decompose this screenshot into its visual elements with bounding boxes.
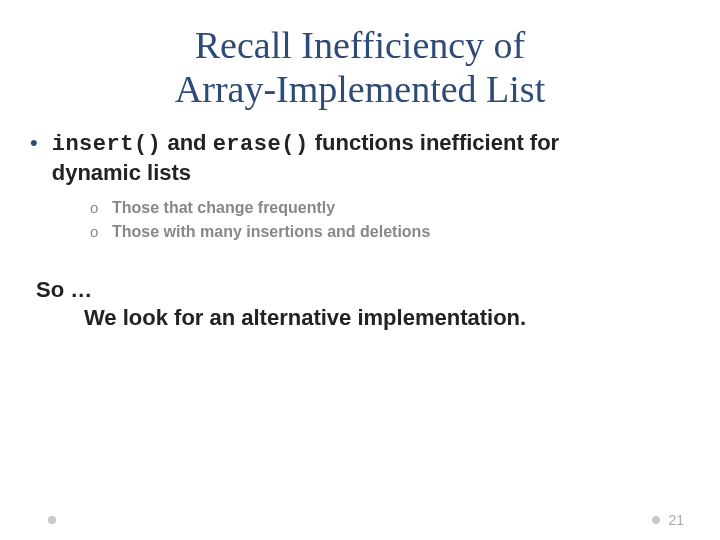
paragraph-line-2: We look for an alternative implementatio… xyxy=(84,305,684,331)
bullet-mid: and xyxy=(161,130,212,155)
sub-bullet-marker: o xyxy=(90,197,112,219)
bullet-tail1: functions inefficient for xyxy=(309,130,560,155)
code-erase: erase() xyxy=(213,132,309,157)
paragraph: So … We look for an alternative implemen… xyxy=(36,277,684,331)
slide: Recall Inefficiency of Array-Implemented… xyxy=(0,0,720,540)
bullet-item: • insert() and erase() functions ineffic… xyxy=(36,129,684,187)
bullet-text: insert() and erase() functions inefficie… xyxy=(52,129,559,187)
title-line-2: Array-Implemented List xyxy=(175,68,545,110)
title-line-1: Recall Inefficiency of xyxy=(195,24,526,66)
slide-footer: 21 xyxy=(0,508,720,528)
sub-bullet-marker: o xyxy=(90,221,112,243)
footer-dot-icon xyxy=(48,516,56,524)
footer-dot-icon xyxy=(652,516,660,524)
bullet-marker: • xyxy=(30,129,38,157)
sub-bullet-list: o Those that change frequently o Those w… xyxy=(90,197,684,243)
paragraph-line-1: So … xyxy=(36,277,684,303)
slide-title: Recall Inefficiency of Array-Implemented… xyxy=(36,24,684,111)
sub-bullet-item: o Those that change frequently xyxy=(90,197,684,219)
sub-bullet-text: Those that change frequently xyxy=(112,197,335,219)
sub-bullet-text: Those with many insertions and deletions xyxy=(112,221,430,243)
sub-bullet-item: o Those with many insertions and deletio… xyxy=(90,221,684,243)
bullet-tail2: dynamic lists xyxy=(52,160,191,185)
code-insert: insert() xyxy=(52,132,162,157)
page-number: 21 xyxy=(668,512,684,528)
